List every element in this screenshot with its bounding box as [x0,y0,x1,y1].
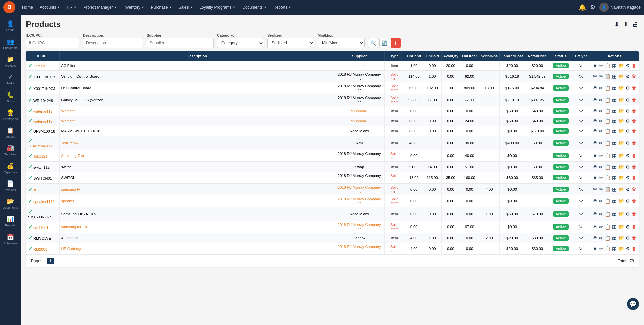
supplier-text[interactable]: 2018 RJ Murray Company Inc. [338,223,381,231]
notification-icon[interactable]: 🔔 [579,4,586,11]
edit-icon[interactable]: ✏ [599,140,603,146]
nav-project-manager[interactable]: Project Manager ▼ [81,3,120,12]
ilc-link[interactable]: WR-194248 [33,99,53,103]
sidebar-item-suppliers[interactable]: 🏭 Suppliers [0,142,21,159]
edit-icon[interactable]: ✏ [599,97,603,103]
view-icon[interactable]: 👁 [592,118,598,124]
copy-icon[interactable]: 📋 [604,128,611,134]
view-icon[interactable]: 👁 [592,73,598,79]
search-button[interactable]: 🔍 [368,38,378,48]
th-retailprice[interactable]: RetailPrice [525,51,550,61]
folder-icon[interactable]: 📂 [618,153,624,159]
settings-icon[interactable]: ⚙ [625,128,630,134]
th-onhand[interactable]: OnHand [405,51,423,61]
copy-icon[interactable]: 📋 [604,140,611,146]
sidebar-item-employees[interactable]: 👷 Employees [0,106,21,123]
ilc-link[interactable]: X001T1K9CK [33,75,56,79]
barcode-icon[interactable]: ▦ [612,164,617,170]
barcode-icon[interactable]: ▦ [612,246,617,252]
sidebar-item-scheduler[interactable]: 📅 Scheduler [0,231,21,248]
th-tpsync[interactable]: TPSync [572,51,590,61]
barcode-icon[interactable]: ▦ [612,63,617,69]
copy-icon[interactable]: 📋 [604,85,611,91]
settings-icon[interactable]: ⚙ [625,175,630,181]
ilc-link[interactable]: UFSM100-18 [33,129,55,133]
view-icon[interactable]: 👁 [592,175,598,181]
view-icon[interactable]: 👁 [592,108,598,114]
copy-icon[interactable]: 📋 [604,63,611,69]
view-icon[interactable]: 👁 [592,246,598,252]
ilc-link[interactable]: waterjar112 [33,109,52,113]
settings-icon[interactable]: ⚙ [625,153,630,159]
delete-icon[interactable]: 🗑 [631,97,637,103]
settings-icon[interactable]: ⚙ [625,97,630,103]
view-icon[interactable]: 👁 [592,211,598,217]
supplier-text[interactable]: 2018 RJ Murray Company Inc. [338,197,381,205]
desc-text[interactable]: Samsung Tab [61,154,84,158]
nav-inventory[interactable]: Inventory ▼ [121,3,147,12]
settings-icon[interactable]: ⚙ [625,73,630,79]
upload-icon[interactable]: ⬆ [623,20,629,29]
ilc-input[interactable] [26,38,79,48]
sidebar-item-expenses[interactable]: 💰 Expenses [0,159,21,177]
copy-icon[interactable]: 📋 [604,73,611,79]
folder-icon[interactable]: 📂 [618,224,624,230]
supplier-input[interactable] [147,38,214,48]
ilc-link[interactable]: ZTYTM [33,64,46,68]
barcode-icon[interactable]: ▦ [612,73,617,79]
barcode-icon[interactable]: ▦ [612,85,617,91]
user-menu[interactable]: 👤 Navnath Kagade [599,3,641,12]
ilc-link[interactable]: Tab1121 [33,154,47,158]
th-ilc[interactable]: ILC# ↓ [26,51,59,61]
category-select[interactable]: Category [217,38,264,48]
delete-icon[interactable]: 🗑 [631,235,637,241]
sidebar-item-leaves[interactable]: 📋 Leaves [0,124,21,141]
edit-icon[interactable]: ✏ [599,211,603,217]
edit-icon[interactable]: ✏ [599,63,603,69]
nav-documents[interactable]: Documents ▼ [239,3,269,12]
barcode-icon[interactable]: ▦ [612,140,617,146]
copy-icon[interactable]: 📋 [604,246,611,252]
folder-icon[interactable]: 📂 [618,128,624,134]
copy-icon[interactable]: 📋 [604,153,611,159]
edit-icon[interactable]: ✏ [599,85,603,91]
desc-text[interactable]: HP Cartridge [61,247,83,251]
nav-sales[interactable]: Sales ▼ [176,3,195,12]
edit-icon[interactable]: ✏ [599,235,603,241]
desc-input[interactable] [83,38,143,48]
ilc-link[interactable]: st [33,188,36,192]
ilc-link[interactable]: SMT590NZKZG [28,215,54,219]
th-availqty[interactable]: AvailQty [441,51,460,61]
th-onhold[interactable]: OnHold [423,51,441,61]
delete-icon[interactable]: 🗑 [631,175,637,181]
view-icon[interactable]: 👁 [592,186,598,192]
settings-icon[interactable]: ⚙ [625,211,630,217]
barcode-icon[interactable]: ▦ [612,128,617,134]
barcode-icon[interactable]: ▦ [612,153,617,159]
sidebar-item-customers[interactable]: 👥 Customers [0,35,21,52]
barcode-icon[interactable]: ▦ [612,108,617,114]
chat-bubble[interactable]: 💬 [627,298,639,310]
add-product-button[interactable]: + [391,38,401,48]
barcode-icon[interactable]: ▦ [612,175,617,181]
settings-icon[interactable]: ⚙ [625,164,630,170]
folder-icon[interactable]: 📂 [618,164,624,170]
ilc-link[interactable]: X001T1K9CJ [33,87,55,91]
desc-text[interactable]: samsung tv [61,187,80,191]
delete-icon[interactable]: 🗑 [631,73,637,79]
desc-text[interactable]: Waterjar [61,109,75,113]
barcode-icon[interactable]: ▦ [612,198,617,204]
settings-icon[interactable]: ⚙ [590,4,595,11]
edit-icon[interactable]: ✏ [599,73,603,79]
ilc-link[interactable]: SWITCH01 [33,176,52,180]
view-icon[interactable]: 👁 [592,224,598,230]
nav-loyalty[interactable]: Loyality Programs ▼ [197,3,238,12]
delete-icon[interactable]: 🗑 [631,128,637,134]
nav-hr[interactable]: HR ▼ [64,3,79,12]
settings-icon[interactable]: ⚙ [625,118,630,124]
delete-icon[interactable]: 🗑 [631,164,637,170]
view-icon[interactable]: 👁 [592,63,598,69]
delete-icon[interactable]: 🗑 [631,211,637,217]
copy-icon[interactable]: 📋 [604,186,611,192]
ilc-link[interactable]: TEAPremix112 [28,144,53,148]
